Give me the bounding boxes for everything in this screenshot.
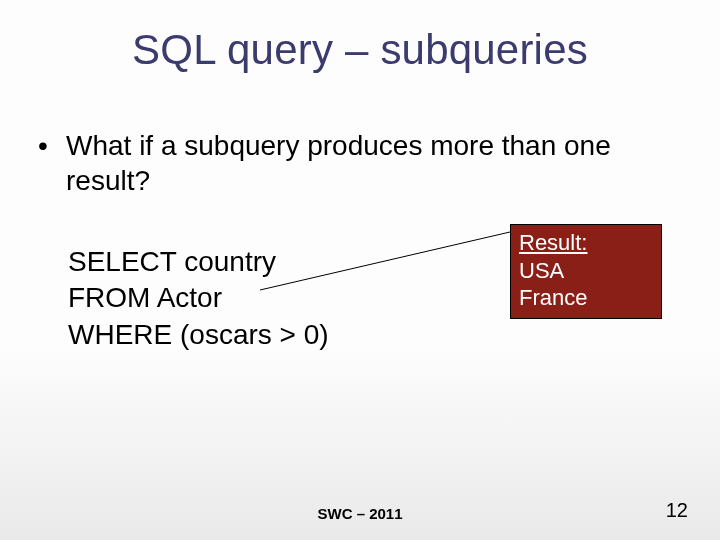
footer-text: SWC – 2011 [0, 505, 720, 522]
result-row-2: France [519, 284, 653, 312]
bullet-item: • What if a subquery produces more than … [38, 128, 682, 198]
result-row-1: USA [519, 257, 653, 285]
result-label: Result: [519, 229, 653, 257]
bullet-marker: • [38, 128, 66, 198]
slide-title: SQL query – subqueries [0, 26, 720, 74]
bullet-text: What if a subquery produces more than on… [66, 128, 682, 198]
result-box: Result: USA France [510, 224, 662, 319]
page-number: 12 [666, 499, 688, 522]
slide: SQL query – subqueries • What if a subqu… [0, 0, 720, 540]
sql-line-3: WHERE (oscars > 0) [68, 317, 682, 353]
